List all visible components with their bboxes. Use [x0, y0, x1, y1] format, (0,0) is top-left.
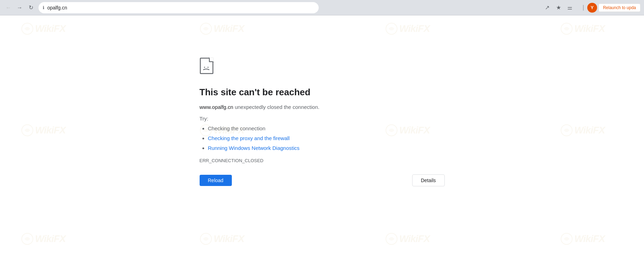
watermark-item: WikiFX — [21, 22, 65, 35]
relaunch-button[interactable]: Relaunch to upda — [598, 4, 640, 12]
svg-point-18 — [207, 67, 208, 68]
watermark-item: WikiFX — [200, 233, 244, 245]
svg-point-1 — [200, 23, 212, 34]
svg-point-0 — [22, 23, 33, 34]
watermark-item: WikiFX — [21, 233, 65, 245]
sidebar-button[interactable]: ⎹ — [576, 3, 586, 13]
url-display: opalfg.cn — [47, 5, 314, 11]
share-button[interactable]: ↗ — [542, 3, 552, 13]
extensions-button[interactable]: ⚌ — [565, 3, 575, 13]
suggestion-item-1: Checking the connection — [208, 124, 445, 133]
error-container: This site can't be reached www.opalfg.cn… — [200, 57, 445, 186]
error-try-label: Try: — [200, 116, 445, 122]
watermark-item: WikiFX — [560, 22, 605, 35]
error-title: This site can't be reached — [200, 87, 445, 98]
svg-point-4 — [22, 125, 33, 136]
suggestion-item-3[interactable]: Running Windows Network Diagnostics — [208, 144, 445, 152]
reload-button[interactable]: Reload — [200, 175, 232, 186]
watermark-item: WikiFX — [385, 233, 430, 245]
toolbar-right: ↗ ★ ⚌ ⎹ Y Relaunch to upda — [542, 3, 640, 13]
profile-avatar[interactable]: Y — [587, 3, 597, 13]
svg-point-9 — [200, 233, 212, 244]
svg-point-17 — [204, 67, 205, 68]
browser-toolbar: ← → ↻ ℹ opalfg.cn ↗ ★ ⚌ ⎹ Y Relaunch to … — [0, 0, 644, 15]
watermark-item: WikiFX — [560, 233, 605, 245]
error-page-icon — [200, 57, 217, 77]
error-domain: www.opalfg.cn — [200, 104, 234, 110]
svg-point-11 — [561, 233, 572, 244]
error-description: www.opalfg.cn unexpectedly closed the co… — [200, 103, 445, 111]
address-bar[interactable]: ℹ opalfg.cn — [39, 2, 319, 13]
svg-point-3 — [561, 23, 572, 34]
suggestion-item-2[interactable]: Checking the proxy and the firewall — [208, 134, 445, 143]
svg-point-7 — [561, 125, 572, 136]
details-button[interactable]: Details — [412, 174, 445, 186]
suggestion-link-3[interactable]: Running Windows Network Diagnostics — [208, 145, 300, 151]
bookmark-button[interactable]: ★ — [554, 3, 563, 13]
nav-buttons: ← → ↻ — [4, 3, 36, 13]
back-button[interactable]: ← — [4, 3, 13, 13]
security-icon: ℹ — [43, 5, 44, 10]
suggestion-link-2[interactable]: Checking the proxy and the firewall — [208, 135, 290, 141]
error-description-text: unexpectedly closed the connection. — [233, 104, 319, 110]
page-content: WikiFX WikiFX WikiFX WikiFX WikiFX WikiF… — [0, 15, 644, 276]
svg-point-10 — [386, 233, 397, 244]
suggestion-text-1: Checking the connection — [208, 125, 265, 131]
reload-button[interactable]: ↻ — [26, 3, 36, 13]
svg-point-8 — [22, 233, 33, 244]
watermark-item: WikiFX — [200, 22, 244, 35]
error-suggestions-list: Checking the connection Checking the pro… — [200, 124, 445, 152]
error-code: ERR_CONNECTION_CLOSED — [200, 158, 445, 163]
watermark-item: WikiFX — [560, 124, 605, 137]
error-buttons: Reload Details — [200, 174, 445, 186]
forward-button[interactable]: → — [15, 3, 25, 13]
svg-point-2 — [386, 23, 397, 34]
watermark-item: WikiFX — [385, 22, 430, 35]
watermark-item: WikiFX — [21, 124, 65, 137]
